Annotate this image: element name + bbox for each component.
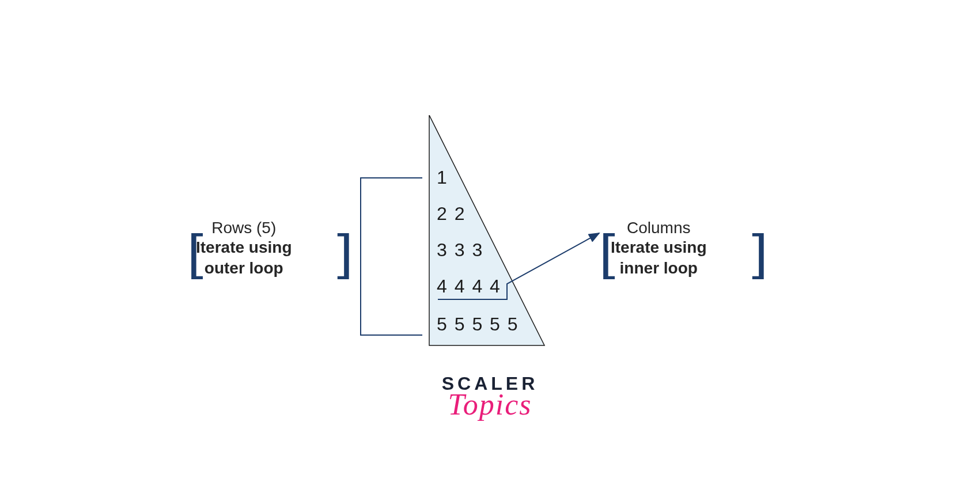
pattern-row-2: 2 2 — [437, 203, 466, 225]
columns-arrow — [432, 227, 605, 308]
brand-logo: SCALER Topics — [442, 373, 539, 421]
pattern-row-5: 5 5 5 5 5 — [437, 314, 519, 335]
columns-label: Columns Iterate using inner loop — [611, 219, 706, 279]
rows-label: Rows (5) Iterate using outer loop — [196, 219, 292, 279]
columns-line1: Iterate using — [611, 237, 706, 258]
columns-line2: inner loop — [611, 258, 706, 279]
rows-line2: outer loop — [196, 258, 292, 279]
columns-title: Columns — [611, 219, 706, 237]
rows-connector — [360, 177, 422, 336]
right-bracket-close: ] — [752, 224, 768, 280]
left-bracket-close: ] — [337, 224, 353, 280]
rows-line1: Iterate using — [196, 237, 292, 258]
logo-sub-text: Topics — [442, 387, 539, 421]
pattern-row-1: 1 — [437, 167, 448, 188]
rows-title: Rows (5) — [196, 219, 292, 237]
